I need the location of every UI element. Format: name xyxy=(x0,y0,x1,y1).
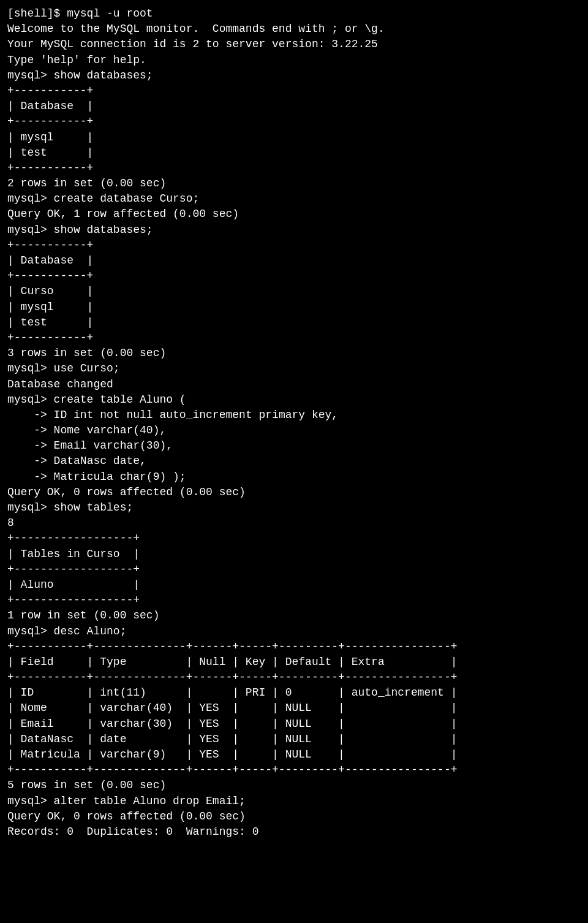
terminal-output: [shell]$ mysql -u root Welcome to the My… xyxy=(7,6,581,840)
